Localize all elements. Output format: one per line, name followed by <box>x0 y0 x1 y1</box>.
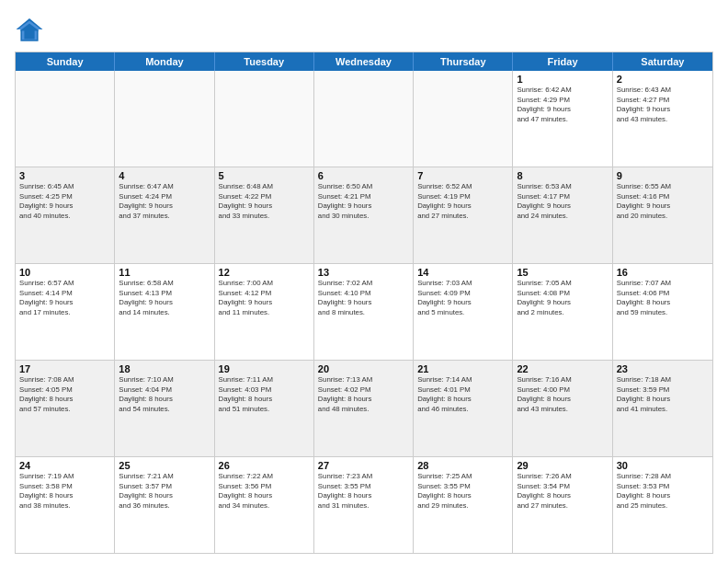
day-number-17: 17 <box>19 363 110 374</box>
day-number-20: 20 <box>318 363 409 374</box>
week-row-3: 10Sunrise: 6:57 AM Sunset: 4:14 PM Dayli… <box>16 264 712 361</box>
day-cell-5: 5Sunrise: 6:48 AM Sunset: 4:22 PM Daylig… <box>215 167 314 263</box>
week-row-1: 1Sunrise: 6:42 AM Sunset: 4:29 PM Daylig… <box>16 71 712 167</box>
day-cell-10: 10Sunrise: 6:57 AM Sunset: 4:14 PM Dayli… <box>16 264 115 360</box>
day-info-26: Sunrise: 7:22 AM Sunset: 3:56 PM Dayligh… <box>219 472 310 511</box>
day-info-16: Sunrise: 7:07 AM Sunset: 4:06 PM Dayligh… <box>617 279 709 317</box>
day-cell-2: 2Sunrise: 6:43 AM Sunset: 4:27 PM Daylig… <box>613 71 712 167</box>
day-info-23: Sunrise: 7:18 AM Sunset: 3:59 PM Dayligh… <box>617 375 709 414</box>
day-number-2: 2 <box>617 74 709 85</box>
day-number-4: 4 <box>119 170 210 181</box>
day-info-9: Sunrise: 6:55 AM Sunset: 4:16 PM Dayligh… <box>617 182 709 221</box>
empty-cell <box>414 71 513 167</box>
day-number-1: 1 <box>517 74 608 85</box>
day-cell-26: 26Sunrise: 7:22 AM Sunset: 3:56 PM Dayli… <box>215 457 314 553</box>
day-info-28: Sunrise: 7:25 AM Sunset: 3:55 PM Dayligh… <box>417 472 508 511</box>
day-number-15: 15 <box>517 267 608 278</box>
day-info-8: Sunrise: 6:53 AM Sunset: 4:17 PM Dayligh… <box>517 182 608 221</box>
day-info-5: Sunrise: 6:48 AM Sunset: 4:22 PM Dayligh… <box>219 182 310 221</box>
day-info-2: Sunrise: 6:43 AM Sunset: 4:27 PM Dayligh… <box>617 86 709 124</box>
day-number-26: 26 <box>219 460 310 471</box>
header <box>15 15 713 44</box>
header-day-friday: Friday <box>513 52 612 71</box>
day-info-30: Sunrise: 7:28 AM Sunset: 3:53 PM Dayligh… <box>617 472 709 511</box>
day-info-1: Sunrise: 6:42 AM Sunset: 4:29 PM Dayligh… <box>517 86 608 124</box>
day-cell-3: 3Sunrise: 6:45 AM Sunset: 4:25 PM Daylig… <box>16 167 115 263</box>
page: SundayMondayTuesdayWednesdayThursdayFrid… <box>0 0 728 563</box>
header-day-sunday: Sunday <box>16 52 115 71</box>
empty-cell <box>16 71 115 167</box>
day-cell-7: 7Sunrise: 6:52 AM Sunset: 4:19 PM Daylig… <box>414 167 513 263</box>
empty-cell <box>215 71 314 167</box>
day-cell-9: 9Sunrise: 6:55 AM Sunset: 4:16 PM Daylig… <box>613 167 712 263</box>
day-info-14: Sunrise: 7:03 AM Sunset: 4:09 PM Dayligh… <box>417 279 508 317</box>
day-info-22: Sunrise: 7:16 AM Sunset: 4:00 PM Dayligh… <box>517 375 608 414</box>
day-cell-12: 12Sunrise: 7:00 AM Sunset: 4:12 PM Dayli… <box>215 264 314 360</box>
day-cell-29: 29Sunrise: 7:26 AM Sunset: 3:54 PM Dayli… <box>513 457 612 553</box>
day-cell-14: 14Sunrise: 7:03 AM Sunset: 4:09 PM Dayli… <box>414 264 513 360</box>
day-cell-16: 16Sunrise: 7:07 AM Sunset: 4:06 PM Dayli… <box>613 264 712 360</box>
day-number-6: 6 <box>318 170 409 181</box>
logo <box>15 15 48 44</box>
header-day-thursday: Thursday <box>414 52 513 71</box>
day-cell-4: 4Sunrise: 6:47 AM Sunset: 4:24 PM Daylig… <box>115 167 214 263</box>
calendar-header: SundayMondayTuesdayWednesdayThursdayFrid… <box>16 52 712 71</box>
day-info-12: Sunrise: 7:00 AM Sunset: 4:12 PM Dayligh… <box>219 279 310 317</box>
day-info-24: Sunrise: 7:19 AM Sunset: 3:58 PM Dayligh… <box>19 472 110 511</box>
day-number-8: 8 <box>517 170 608 181</box>
day-info-3: Sunrise: 6:45 AM Sunset: 4:25 PM Dayligh… <box>19 182 110 221</box>
day-number-5: 5 <box>219 170 310 181</box>
day-info-17: Sunrise: 7:08 AM Sunset: 4:05 PM Dayligh… <box>19 375 110 414</box>
day-number-19: 19 <box>219 363 310 374</box>
day-cell-27: 27Sunrise: 7:23 AM Sunset: 3:55 PM Dayli… <box>314 457 414 553</box>
week-row-4: 17Sunrise: 7:08 AM Sunset: 4:05 PM Dayli… <box>16 361 712 457</box>
day-number-14: 14 <box>417 267 508 278</box>
day-number-7: 7 <box>417 170 508 181</box>
day-number-23: 23 <box>617 363 709 374</box>
week-row-2: 3Sunrise: 6:45 AM Sunset: 4:25 PM Daylig… <box>16 167 712 264</box>
calendar-body: 1Sunrise: 6:42 AM Sunset: 4:29 PM Daylig… <box>16 71 712 553</box>
empty-cell <box>115 71 214 167</box>
day-info-7: Sunrise: 6:52 AM Sunset: 4:19 PM Dayligh… <box>417 182 508 221</box>
day-number-24: 24 <box>19 460 110 471</box>
day-cell-6: 6Sunrise: 6:50 AM Sunset: 4:21 PM Daylig… <box>314 167 414 263</box>
day-number-27: 27 <box>318 460 409 471</box>
day-number-16: 16 <box>617 267 709 278</box>
day-cell-8: 8Sunrise: 6:53 AM Sunset: 4:17 PM Daylig… <box>513 167 612 263</box>
day-info-25: Sunrise: 7:21 AM Sunset: 3:57 PM Dayligh… <box>119 472 210 511</box>
day-cell-24: 24Sunrise: 7:19 AM Sunset: 3:58 PM Dayli… <box>16 457 115 553</box>
day-info-15: Sunrise: 7:05 AM Sunset: 4:08 PM Dayligh… <box>517 279 608 317</box>
header-day-monday: Monday <box>115 52 214 71</box>
day-cell-23: 23Sunrise: 7:18 AM Sunset: 3:59 PM Dayli… <box>613 361 712 456</box>
day-cell-22: 22Sunrise: 7:16 AM Sunset: 4:00 PM Dayli… <box>513 361 612 456</box>
day-number-18: 18 <box>119 363 210 374</box>
empty-cell <box>314 71 414 167</box>
day-number-10: 10 <box>19 267 110 278</box>
day-cell-28: 28Sunrise: 7:25 AM Sunset: 3:55 PM Dayli… <box>414 457 513 553</box>
header-day-wednesday: Wednesday <box>314 52 414 71</box>
day-number-11: 11 <box>119 267 210 278</box>
day-number-22: 22 <box>517 363 608 374</box>
day-cell-20: 20Sunrise: 7:13 AM Sunset: 4:02 PM Dayli… <box>314 361 414 456</box>
calendar: SundayMondayTuesdayWednesdayThursdayFrid… <box>15 52 713 554</box>
day-info-4: Sunrise: 6:47 AM Sunset: 4:24 PM Dayligh… <box>119 182 210 221</box>
day-number-21: 21 <box>417 363 508 374</box>
day-cell-11: 11Sunrise: 6:58 AM Sunset: 4:13 PM Dayli… <box>115 264 214 360</box>
day-cell-1: 1Sunrise: 6:42 AM Sunset: 4:29 PM Daylig… <box>513 71 612 167</box>
day-number-28: 28 <box>417 460 508 471</box>
day-info-18: Sunrise: 7:10 AM Sunset: 4:04 PM Dayligh… <box>119 375 210 414</box>
day-cell-18: 18Sunrise: 7:10 AM Sunset: 4:04 PM Dayli… <box>115 361 214 456</box>
day-info-20: Sunrise: 7:13 AM Sunset: 4:02 PM Dayligh… <box>318 375 409 414</box>
logo-icon <box>15 15 44 44</box>
day-number-3: 3 <box>19 170 110 181</box>
header-day-tuesday: Tuesday <box>215 52 314 71</box>
day-info-6: Sunrise: 6:50 AM Sunset: 4:21 PM Dayligh… <box>318 182 409 221</box>
day-cell-25: 25Sunrise: 7:21 AM Sunset: 3:57 PM Dayli… <box>115 457 214 553</box>
day-cell-15: 15Sunrise: 7:05 AM Sunset: 4:08 PM Dayli… <box>513 264 612 360</box>
day-cell-21: 21Sunrise: 7:14 AM Sunset: 4:01 PM Dayli… <box>414 361 513 456</box>
week-row-5: 24Sunrise: 7:19 AM Sunset: 3:58 PM Dayli… <box>16 457 712 553</box>
day-info-10: Sunrise: 6:57 AM Sunset: 4:14 PM Dayligh… <box>19 279 110 317</box>
day-info-11: Sunrise: 6:58 AM Sunset: 4:13 PM Dayligh… <box>119 279 210 317</box>
day-cell-19: 19Sunrise: 7:11 AM Sunset: 4:03 PM Dayli… <box>215 361 314 456</box>
day-number-25: 25 <box>119 460 210 471</box>
